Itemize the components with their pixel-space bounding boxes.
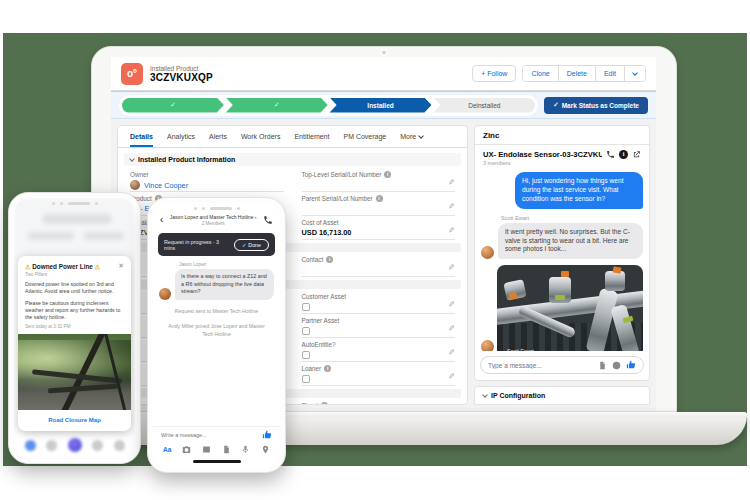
field-top-level-serial: Top-Level Serial/Lot Numberi — [302, 168, 456, 192]
alert-timestamp: Sent today at 3:32 PM — [18, 321, 131, 334]
check-icon: ✓ — [242, 242, 246, 248]
phone-sensors — [194, 207, 240, 210]
autoentitle-checkbox[interactable] — [302, 351, 310, 359]
edit-pencil-icon[interactable] — [448, 300, 455, 309]
edit-button[interactable]: Edit — [596, 66, 625, 81]
section-ip-configuration[interactable]: IP Configuration — [474, 386, 650, 405]
document-icon[interactable] — [598, 361, 607, 370]
edit-pencil-icon[interactable] — [448, 263, 455, 272]
info-icon[interactable]: i — [321, 402, 328, 404]
path-step-1-complete[interactable]: ✓ — [122, 98, 224, 113]
request-progress-banner: Request in progress · 3 mins ✓ Done — [158, 233, 275, 256]
tab-pm-coverage[interactable]: PM Coverage — [343, 126, 386, 147]
tab-analytics[interactable]: Analytics — [167, 126, 195, 147]
owner-link[interactable]: Vince Cooper — [130, 180, 284, 190]
home-indicator[interactable] — [193, 460, 241, 463]
phone-display: ‹ Jason Lopez and Master Tech Hotline › … — [153, 203, 280, 467]
sender-name: Jason Lopez — [179, 262, 280, 267]
alert-body-1: Downed power line spotted on 3rd and Atl… — [18, 277, 131, 296]
open-external-icon[interactable] — [632, 150, 641, 159]
incoming-message-bubble: It went pretty well. No surprises. But t… — [498, 223, 643, 260]
field-partner-asset: Partner Asset — [302, 314, 456, 338]
tab-entitlement[interactable]: Entitlement — [294, 126, 329, 147]
info-icon[interactable]: i — [376, 195, 383, 202]
location-pin-icon[interactable] — [261, 445, 270, 454]
call-icon[interactable] — [263, 215, 273, 225]
close-icon[interactable]: ✕ — [118, 262, 124, 270]
edit-pencil-icon[interactable] — [448, 372, 455, 381]
valve-photo[interactable]: Scott Ewart — [497, 265, 643, 351]
photo-message: Scott Ewart — [481, 265, 643, 351]
alert-body-2: Please be cautious during inclement weat… — [18, 296, 131, 322]
info-icon[interactable]: i — [326, 256, 333, 263]
info-icon[interactable]: i — [384, 171, 391, 178]
request-status-text: Request in progress · 3 mins — [164, 239, 230, 251]
loaner-checkbox[interactable] — [302, 375, 310, 383]
avatar — [481, 340, 494, 351]
warning-icon: ⚠ — [25, 264, 30, 270]
call-icon[interactable] — [606, 150, 615, 159]
chat-member-count: 2 Members — [167, 221, 259, 226]
message-input-bar — [480, 356, 644, 374]
message-input[interactable] — [161, 432, 262, 438]
zinc-panel-title: Zinc — [475, 126, 649, 145]
follow-button[interactable]: + Follow — [472, 65, 516, 82]
photo-caption: Scott Ewart — [507, 348, 534, 351]
clock-icon[interactable] — [612, 361, 621, 370]
microphone-icon[interactable] — [241, 445, 250, 454]
camera-icon[interactable] — [182, 445, 191, 454]
check-icon: ✓ — [553, 101, 558, 109]
blurred-app-content — [14, 198, 135, 262]
document-icon[interactable] — [222, 445, 231, 454]
avatar — [130, 180, 140, 190]
record-identity: Installed Product 3CZVKUXQP — [150, 65, 213, 83]
edit-pencil-icon[interactable] — [448, 226, 455, 235]
chevron-down-icon — [482, 392, 488, 398]
section-installed-product-info[interactable]: Installed Product Information — [124, 153, 461, 166]
gallery-icon[interactable] — [202, 445, 211, 454]
chat-composer: Aa — [153, 426, 280, 467]
delete-button[interactable]: Delete — [559, 66, 596, 81]
edit-pencil-icon[interactable] — [448, 202, 455, 211]
more-actions-button[interactable] — [625, 66, 645, 81]
member-count: 3 members — [483, 160, 641, 166]
tab-more[interactable]: More — [400, 126, 423, 147]
info-icon[interactable]: i — [619, 150, 628, 159]
chat-title[interactable]: Jason Lopez and Master Tech Hotline › — [167, 214, 259, 220]
edit-pencil-icon[interactable] — [448, 324, 455, 333]
conversation-title: UX- Endolase Sensor-03-3CZVKUXQP — [483, 150, 602, 159]
outgoing-message-bubble: Hi, just wondering how things went durin… — [515, 172, 643, 209]
partner-asset-checkbox[interactable] — [302, 327, 310, 335]
back-icon[interactable]: ‹ — [160, 216, 163, 224]
field-contact: Contacti — [302, 253, 456, 277]
incoming-message-bubble: Is there a way to connect a Z12 and a R6… — [175, 269, 274, 300]
edit-pencil-icon[interactable] — [448, 348, 455, 357]
chevron-down-icon — [632, 70, 638, 76]
tab-work-orders[interactable]: Work Orders — [241, 126, 281, 147]
thumbs-up-icon[interactable] — [262, 430, 272, 440]
path-step-deinstalled[interactable]: Deinstalled — [433, 98, 535, 113]
path-step-2-complete[interactable]: ✓ — [226, 98, 328, 113]
thumbs-up-icon[interactable] — [626, 360, 636, 370]
clone-button[interactable]: Clone — [523, 66, 558, 81]
chevron-down-icon — [129, 156, 135, 162]
done-button[interactable]: ✓ Done — [234, 239, 269, 251]
webcam-dot — [383, 51, 386, 54]
record-tabs: Details Analytics Alerts Work Orders Ent… — [118, 126, 467, 148]
warning-icon: ⚠ — [95, 264, 100, 270]
road-closure-map-link[interactable]: Road Closure Map — [18, 410, 131, 431]
edit-pencil-icon[interactable] — [448, 178, 455, 187]
info-icon[interactable]: i — [324, 365, 331, 372]
path-band: ✓ ✓ Installed Deinstalled ✓ Mark Status … — [111, 91, 656, 119]
alert-title: ⚠ Downed Power Line ⚠ — [25, 263, 118, 270]
message-input[interactable] — [488, 362, 593, 369]
phone-sensors — [52, 202, 98, 205]
tab-details[interactable]: Details — [130, 126, 153, 147]
mark-status-complete-button[interactable]: ✓ Mark Status as Complete — [544, 97, 648, 114]
path-step-installed[interactable]: Installed — [330, 98, 432, 113]
tab-alerts[interactable]: Alerts — [209, 126, 227, 147]
chevron-down-icon — [418, 133, 424, 139]
broadcast-alert-card: ⚠ Downed Power Line ⚠ ✕ Two Pillars Down… — [18, 256, 131, 431]
text-format-button[interactable]: Aa — [163, 446, 171, 453]
customer-asset-checkbox[interactable] — [302, 303, 310, 311]
